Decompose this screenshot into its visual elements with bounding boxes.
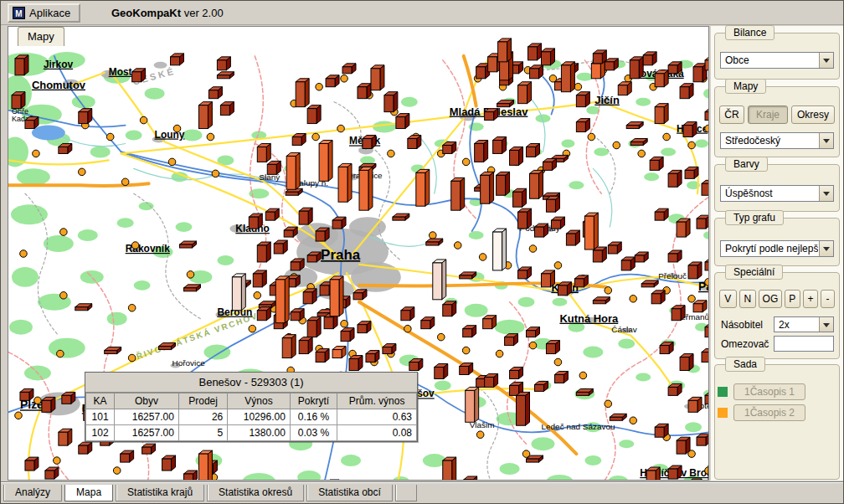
svg-text:Most: Most [109, 66, 132, 78]
svg-text:Přelouč: Přelouč [658, 271, 687, 280]
chevron-down-icon[interactable] [819, 133, 833, 148]
mapy-button-okresy[interactable]: Okresy [791, 105, 835, 124]
sada-item-1: 1Časopis 1 [718, 383, 834, 400]
group-bilance-title: Bilance [725, 25, 775, 40]
sidebar: Bilance Obce Mapy ČRKrajeOkresy Středoče… [711, 26, 843, 481]
typ-grafu-combobox[interactable]: Pokrytí podle nejlepších [720, 240, 834, 257]
nasobitel-combobox[interactable]: 2x [774, 316, 834, 332]
aplikace-button[interactable]: M Aplikace [8, 3, 80, 23]
chevron-down-icon[interactable] [819, 317, 833, 332]
popup-cell: 1380.00 [228, 425, 291, 441]
special-button-plus[interactable]: + [803, 290, 819, 308]
bilance-combobox[interactable]: Obce [720, 52, 834, 69]
special-button-p[interactable]: P [785, 290, 800, 308]
popup-row-2: 10216257.0051380.000.03 %0.08 [86, 425, 417, 441]
popup-cell: 102 [86, 425, 115, 441]
tab-mapy-overlay[interactable]: Mapy [18, 27, 64, 46]
svg-text:Praha: Praha [321, 247, 361, 263]
group-specialni-title: Speciální [725, 265, 783, 280]
svg-text:Jirkov: Jirkov [44, 59, 74, 70]
sada-button-2[interactable]: 1Časopis 2 [733, 404, 805, 421]
chevron-down-icon[interactable] [819, 241, 833, 256]
group-typ-grafu-title: Typ grafu [725, 210, 784, 225]
popup-col-prum-vynos: Prům. výnos [337, 393, 417, 409]
group-typ-grafu: Typ grafu Pokrytí podle nejlepších [714, 218, 840, 266]
svg-text:Jičín: Jičín [594, 94, 620, 106]
group-sada: Sada 1Časopis 11Časopis 2 [714, 364, 840, 480]
svg-text:Chomutov: Chomutov [32, 79, 86, 91]
special-buttons: VNOGP+- [719, 290, 835, 308]
svg-text:Ledeč nad Sázavou: Ledeč nad Sázavou [541, 422, 615, 431]
lake [32, 126, 65, 141]
group-sada-title: Sada [725, 357, 765, 372]
group-barvy-title: Barvy [725, 157, 768, 172]
titlebar: M Aplikace GeoKompaKt ver 2.00 [1, 1, 843, 25]
svg-text:Čáslav: Čáslav [611, 325, 636, 334]
popup-table: KAObyvProdejVýnosPokrytíPrům. výnos10116… [85, 393, 417, 441]
tab-analyzy[interactable]: Analýzy [3, 485, 62, 501]
tab-stub[interactable] [395, 485, 417, 501]
special-button-minus[interactable]: - [821, 290, 835, 308]
popup-row-1: 10116257.002610296.000.16 %0.63 [86, 409, 417, 425]
legend-swatch-2 [718, 408, 728, 418]
tab-statistika-okresu[interactable]: Statistika okresů [207, 485, 304, 501]
popup-cell: 0.03 % [290, 425, 337, 441]
aplikace-button-label: Aplikace [29, 7, 70, 19]
popup-cell: 0.08 [337, 425, 417, 441]
popup-col-vynos: Výnos [228, 393, 291, 409]
mapy-button-kraje[interactable]: Kraje [748, 105, 788, 124]
app-version: ver 2.00 [184, 7, 224, 19]
group-mapy-title: Mapy [725, 79, 766, 94]
popup-cell: 5 [178, 425, 227, 441]
popup-cell: 0.16 % [290, 409, 337, 425]
mapy-buttons: ČRKrajeOkresy [719, 105, 835, 124]
popup-col-pokryti: Pokrytí [290, 393, 337, 409]
chevron-down-icon[interactable] [819, 53, 833, 68]
popup-cell: 101 [86, 409, 115, 425]
svg-text:Kutná Hora: Kutná Hora [559, 312, 619, 325]
popup-cell: 26 [178, 409, 227, 425]
nasobitel-value: 2x [779, 317, 818, 332]
popup-cell: 16257.00 [115, 409, 179, 425]
popup-title: Benešov - 529303 (1) [85, 373, 417, 393]
barvy-value: Úspěšnost [725, 186, 818, 201]
popup-cell: 16257.00 [115, 425, 179, 441]
group-barvy: Barvy Úspěšnost [714, 164, 840, 212]
typ-grafu-value: Pokrytí podle nejlepších [725, 241, 818, 256]
chevron-down-icon[interactable] [819, 186, 833, 201]
svg-text:Hořovice: Hořovice [172, 359, 206, 368]
special-button-og[interactable]: OG [759, 290, 782, 308]
app-window: M Aplikace GeoKompaKt ver 2.00 ČESKÉKŘIV… [0, 0, 844, 504]
app-title: GeoKompaKt ver 2.00 [111, 7, 224, 19]
app-logo-icon: M [13, 7, 25, 19]
popup-col-obyv: Obyv [115, 393, 179, 409]
popup-cell: 0.63 [337, 409, 417, 425]
bottom-tabbar: AnalýzyMapaStatistika krajůStatistika ok… [1, 481, 843, 503]
nasobitel-label: Násobitel [721, 319, 763, 331]
special-button-n[interactable]: N [739, 290, 757, 308]
info-popup: Benešov - 529303 (1) KAObyvProdejVýnosPo… [85, 372, 418, 442]
tab-statistika-obci[interactable]: Statistika obcí [306, 485, 393, 501]
popup-col-prodej: Prodej [178, 393, 227, 409]
omezovac-label: Omezovač [721, 338, 769, 350]
legend-swatch-1 [718, 387, 728, 397]
popup-col-ka: KA [86, 393, 115, 409]
mapy-button-cr[interactable]: ČR [719, 105, 744, 124]
kraj-combobox[interactable]: Středočeský [720, 132, 834, 149]
special-button-v[interactable]: V [719, 290, 737, 308]
popup-cell: 10296.00 [228, 409, 291, 425]
sada-item-2: 1Časopis 2 [718, 404, 834, 421]
group-bilance: Bilance Obce [714, 33, 840, 80]
bilance-value: Obce [725, 53, 818, 68]
tab-statistika-kraju[interactable]: Statistika krajů [116, 485, 204, 501]
group-mapy: Mapy ČRKrajeOkresy Středočeský [714, 86, 840, 157]
group-specialni: Speciální VNOGP+- Násobitel 2x Omezovač [714, 272, 840, 359]
barvy-combobox[interactable]: Úspěšnost [720, 185, 834, 202]
app-name: GeoKompaKt [111, 7, 181, 19]
sada-button-1[interactable]: 1Časopis 1 [733, 383, 805, 400]
kraj-value: Středočeský [725, 133, 818, 148]
omezovac-input[interactable] [774, 336, 834, 352]
tab-mapa[interactable]: Mapa [64, 485, 113, 501]
